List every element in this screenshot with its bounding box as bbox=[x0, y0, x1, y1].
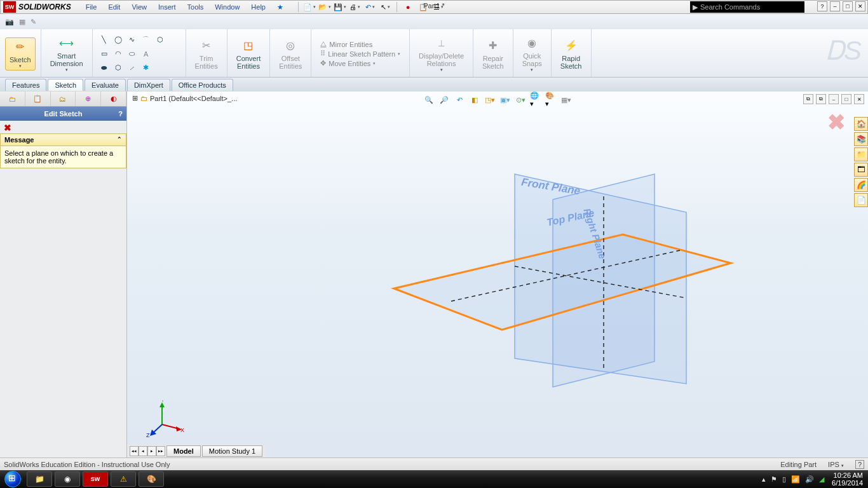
undo-button[interactable]: ↶ bbox=[365, 1, 376, 13]
viewport-restore2[interactable]: ⧉ bbox=[816, 94, 826, 104]
tab-sketch[interactable]: Sketch bbox=[48, 79, 83, 91]
menu-insert[interactable]: Insert bbox=[153, 1, 182, 13]
line-tool[interactable]: ╲ bbox=[98, 34, 111, 46]
offset-entities-button[interactable]: ◎ Offset Entities bbox=[275, 37, 306, 71]
taskbar-paint[interactable]: 🎨 bbox=[139, 471, 164, 487]
star-tool[interactable]: ✱ bbox=[140, 62, 153, 74]
viewport-minimize[interactable]: – bbox=[829, 94, 839, 104]
message-header[interactable]: Message ⌃ bbox=[0, 133, 126, 146]
tab-next[interactable]: ▸ bbox=[147, 446, 156, 456]
cancel-icon[interactable]: ✖ bbox=[4, 123, 11, 133]
fillet-tool[interactable]: ⌒ bbox=[140, 34, 153, 46]
menu-edit[interactable]: Edit bbox=[102, 1, 126, 13]
tab-office-products[interactable]: Office Products bbox=[172, 79, 233, 91]
appearance-icon[interactable]: 🎨▾ bbox=[545, 94, 557, 105]
zoom-fit-icon[interactable]: 🔍 bbox=[423, 94, 435, 105]
sketch-icon[interactable]: ✎ bbox=[31, 18, 36, 26]
tab-prev[interactable]: ◂ bbox=[139, 446, 147, 456]
tray-drive-icon[interactable]: ◢ bbox=[819, 475, 824, 484]
view-palette-tab[interactable]: 🗔 bbox=[854, 163, 868, 177]
viewport-close[interactable]: ✕ bbox=[854, 94, 864, 104]
graphics-viewport[interactable]: ⊞ 🗀 Part1 (Default<<Default>_... 🔍 🔎 ↶ ◧… bbox=[127, 92, 868, 458]
rect-tool[interactable]: ▭ bbox=[98, 48, 111, 60]
linear-pattern-button[interactable]: ⠿ Linear Sketch Pattern ▾ bbox=[320, 50, 400, 58]
tray-battery-icon[interactable]: ▯ bbox=[782, 475, 786, 484]
menu-help-icon[interactable]: ★ bbox=[271, 1, 289, 13]
design-library-tab[interactable]: 📚 bbox=[854, 132, 868, 146]
menu-view[interactable]: View bbox=[126, 1, 153, 13]
display-relations-button[interactable]: ⟂ Display/Delete Relations ▾ bbox=[415, 34, 468, 74]
search-commands[interactable]: ▶ Search Commands bbox=[690, 1, 804, 13]
status-help-icon[interactable]: ? bbox=[855, 460, 864, 469]
tray-wifi-icon[interactable]: 📶 bbox=[791, 475, 800, 484]
taskbar-chrome[interactable]: ◉ bbox=[55, 471, 80, 487]
screen-capture-icon[interactable]: 📷 bbox=[5, 18, 14, 26]
appearances-tab[interactable]: 🌈 bbox=[854, 178, 868, 192]
convert-entities-button[interactable]: ◳ Convert Entities bbox=[233, 37, 265, 71]
polygon-tool[interactable]: ⬡ bbox=[112, 62, 125, 74]
orientation-triad[interactable]: Y X Z bbox=[146, 400, 184, 438]
motion-study-tab[interactable]: Motion Study 1 bbox=[202, 445, 262, 457]
model-tab[interactable]: Model bbox=[166, 445, 201, 457]
open-button[interactable]: 📂 bbox=[319, 1, 330, 13]
help-button[interactable]: ? bbox=[817, 1, 827, 11]
tab-dimxpert[interactable]: DimXpert bbox=[127, 79, 170, 91]
menu-tools[interactable]: Tools bbox=[182, 1, 210, 13]
taskbar-solidworks[interactable]: SW bbox=[83, 471, 108, 487]
tab-evaluate[interactable]: Evaluate bbox=[85, 79, 126, 91]
new-button[interactable]: 📄 bbox=[304, 1, 315, 13]
collapse-icon[interactable]: ⌃ bbox=[117, 136, 122, 144]
tab-last[interactable]: ▸▸ bbox=[156, 446, 165, 456]
smart-dimension-button[interactable]: ⟷ Smart Dimension ▾ bbox=[46, 34, 87, 74]
sketch-button[interactable]: ✏ Sketch ▾ bbox=[5, 37, 36, 71]
prev-view-icon[interactable]: ↶ bbox=[454, 94, 465, 105]
panel-help-icon[interactable]: ? bbox=[118, 110, 123, 118]
zoom-area-icon[interactable]: 🔎 bbox=[438, 94, 450, 105]
menu-help[interactable]: Help bbox=[245, 1, 271, 13]
tab-features[interactable]: Features bbox=[5, 79, 46, 91]
quick-snaps-button[interactable]: ◉ Quick Snaps ▾ bbox=[519, 34, 546, 74]
config-tab[interactable]: 🗂 bbox=[51, 92, 76, 106]
point-tool[interactable]: ⟋ bbox=[126, 62, 139, 74]
flyout-tree[interactable]: ⊞ 🗀 Part1 (Default<<Default>_... bbox=[132, 94, 237, 102]
tray-clock[interactable]: 10:26 AM 6/19/2014 bbox=[832, 471, 863, 487]
rapid-sketch-button[interactable]: ⚡ Rapid Sketch bbox=[557, 37, 586, 71]
save-button[interactable]: 💾 bbox=[334, 1, 346, 13]
rebuild-button[interactable]: ● bbox=[402, 1, 414, 13]
start-button[interactable] bbox=[0, 470, 25, 488]
menu-window[interactable]: Window bbox=[209, 1, 245, 13]
maximize-button[interactable]: □ bbox=[843, 1, 853, 11]
close-button[interactable]: ✕ bbox=[855, 1, 865, 11]
taskbar-explorer[interactable]: 📁 bbox=[27, 471, 52, 487]
viewport-restore1[interactable]: ⧉ bbox=[803, 94, 813, 104]
display-style-icon[interactable]: ▣▾ bbox=[499, 94, 511, 105]
resources-tab[interactable]: 🏠 bbox=[854, 117, 868, 131]
slot-tool[interactable]: ⬬ bbox=[98, 62, 111, 74]
mirror-entities-button[interactable]: ⧋ Mirror Entities bbox=[320, 40, 400, 48]
viewport-maximize[interactable]: □ bbox=[841, 94, 851, 104]
ellipse-tool[interactable]: ⬭ bbox=[126, 48, 139, 60]
print-button[interactable]: 🖨 bbox=[349, 1, 361, 13]
select-button[interactable]: ↖ bbox=[380, 1, 391, 13]
menu-file[interactable]: File bbox=[80, 1, 103, 13]
hide-show-icon[interactable]: ⊙▾ bbox=[515, 94, 526, 105]
quad-icon[interactable]: ▦ bbox=[19, 18, 25, 26]
scene-icon[interactable]: 🌐▾ bbox=[530, 94, 541, 105]
file-explorer-tab[interactable]: 📁 bbox=[854, 147, 868, 161]
arc-tool[interactable]: ◠ bbox=[112, 48, 125, 60]
tab-first[interactable]: ◂◂ bbox=[130, 446, 139, 456]
sketch-exit-x[interactable]: ✖ bbox=[827, 109, 845, 135]
taskbar-app4[interactable]: ⚠ bbox=[111, 471, 136, 487]
repair-sketch-button[interactable]: ✚ Repair Sketch bbox=[478, 37, 508, 71]
spline-tool[interactable]: ∿ bbox=[126, 34, 139, 46]
trim-entities-button[interactable]: ✂ Trim Entities bbox=[191, 37, 222, 71]
view-orient-icon[interactable]: ◳▾ bbox=[484, 94, 496, 105]
section-view-icon[interactable]: ◧ bbox=[469, 94, 480, 105]
dimxpert-tab[interactable]: ⊕ bbox=[76, 92, 101, 106]
tray-volume-icon[interactable]: 🔊 bbox=[805, 475, 814, 484]
hex-tool[interactable]: ⬡ bbox=[154, 34, 166, 46]
tray-flag-icon[interactable]: ⚑ bbox=[771, 475, 777, 484]
expand-icon[interactable]: ⊞ bbox=[132, 94, 138, 102]
custom-props-tab[interactable]: 📄 bbox=[854, 193, 868, 207]
property-tab[interactable]: 📋 bbox=[25, 92, 51, 106]
